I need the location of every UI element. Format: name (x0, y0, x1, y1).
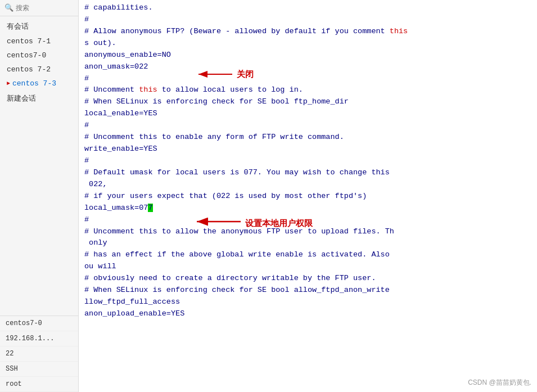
connection-port: 22 (0, 346, 78, 362)
active-arrow-icon: ► (7, 80, 10, 87)
sidebar-item-centos73-label: centos 7-3 (12, 79, 56, 88)
connection-user: root (0, 377, 78, 392)
sidebar-item-new-session[interactable]: 新建会话 (0, 91, 78, 106)
code-content: # capabilities. # # Allow anonymous FTP?… (84, 2, 537, 320)
connection-ip: 192.168.1... (0, 331, 78, 346)
search-bar[interactable]: 🔍 (0, 0, 78, 16)
search-input[interactable] (16, 4, 74, 12)
sidebar-section-header: 有会话 (0, 19, 78, 34)
connection-info: centos7-0 192.168.1... 22 SSH root (0, 316, 78, 392)
sidebar: 🔍 有会话 centos 7-1 centos7-0 centos 7-2 ► … (0, 0, 79, 392)
connection-host: centos7-0 (0, 316, 78, 331)
session-list: 有会话 centos 7-1 centos7-0 centos 7-2 ► ce… (0, 16, 78, 316)
main-content: # capabilities. # # Allow anonymous FTP?… (79, 0, 537, 392)
csdn-watermark: CSDN @苗苗奶黄包. (468, 378, 531, 388)
sidebar-item-centos73[interactable]: ► centos 7-3 (0, 76, 78, 91)
connection-type: SSH (0, 362, 78, 377)
code-editor[interactable]: # capabilities. # # Allow anonymous FTP?… (79, 0, 537, 392)
sidebar-item-centos72[interactable]: centos 7-2 (0, 62, 78, 76)
search-icon: 🔍 (4, 3, 13, 12)
sidebar-item-centos71[interactable]: centos 7-1 (0, 34, 78, 48)
sidebar-item-centos70[interactable]: centos7-0 (0, 48, 78, 62)
